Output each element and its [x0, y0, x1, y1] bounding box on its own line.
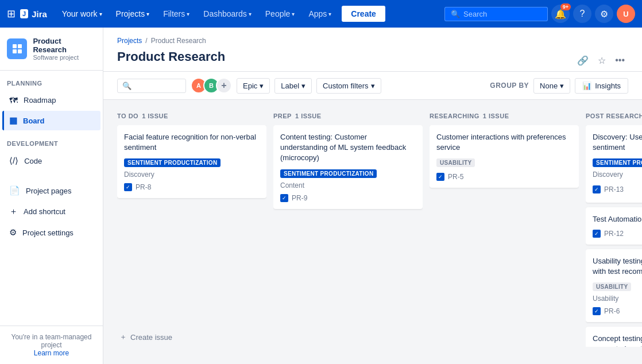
- label-filter-button[interactable]: Label ▾: [274, 78, 312, 94]
- add-shortcut-icon: ＋: [9, 206, 18, 217]
- plus-icon: ＋: [119, 332, 127, 342]
- board-search-input[interactable]: [135, 82, 181, 90]
- card-pr6-type: Usability: [593, 295, 642, 303]
- breadcrumb-current: Product Research: [151, 37, 206, 45]
- column-researching-cards: Customer interactions with preferences s…: [430, 125, 579, 347]
- roadmap-icon: 🗺: [9, 95, 18, 105]
- card-pr12-footer: ✓ PR-12: [593, 230, 642, 238]
- sidebar-roadmap-label: Roadmap: [24, 96, 56, 104]
- filters-nav[interactable]: Filters ▾: [157, 7, 195, 21]
- card-pr13-id: PR-13: [604, 185, 624, 193]
- sidebar-item-add-shortcut[interactable]: ＋ Add shortcut: [2, 202, 100, 222]
- column-prep-cards: Content testing: Customer understanding …: [273, 125, 423, 347]
- notifications-button[interactable]: 🔔 9+: [551, 5, 570, 23]
- search-input[interactable]: [463, 10, 542, 18]
- sidebar-item-project-settings[interactable]: ⚙ Project settings: [2, 223, 100, 242]
- group-by-none-button[interactable]: None ▾: [533, 78, 570, 94]
- main-content: Projects / Product Research Product Rese…: [103, 28, 642, 364]
- settings-button[interactable]: ⚙: [595, 5, 613, 23]
- card-pr13-title: Discovery: User needs for ML-generated s…: [593, 132, 642, 153]
- task-icon: ✓: [593, 307, 601, 315]
- create-button[interactable]: Create: [342, 6, 385, 22]
- chevron-down-icon: ▾: [371, 82, 375, 90]
- dashboards-nav[interactable]: Dashboards ▾: [198, 7, 257, 21]
- task-icon: ✓: [436, 173, 444, 181]
- top-navigation: ⊞ J Jira Your work ▾ Projects ▾ Filters …: [0, 0, 642, 28]
- board-search-bar[interactable]: 🔍: [117, 79, 186, 93]
- task-icon: ✓: [280, 194, 288, 202]
- more-options-button[interactable]: •••: [612, 53, 628, 68]
- sidebar-footer: You're in a team-managed project Learn m…: [0, 326, 103, 364]
- search-box[interactable]: 🔍: [444, 7, 548, 21]
- sidebar-item-code[interactable]: ⟨/⟩ Code: [2, 151, 100, 171]
- column-post-research-title: POST RESEARCH: [586, 113, 642, 119]
- add-user-avatar[interactable]: +: [216, 78, 232, 94]
- column-researching-header: RESEARCHING 1 ISSUE: [430, 109, 579, 125]
- card-pr10[interactable]: Concept testing: User trust of ML-genera…: [586, 327, 642, 347]
- card-pr8-tag: SENTIMENT PRODUCTIZATION: [124, 158, 221, 167]
- kanban-board: TO DO 1 ISSUE Facial feature recognition…: [103, 100, 642, 356]
- top-nav-right: 🔍 🔔 9+ ? ⚙ U: [444, 5, 635, 23]
- group-by-label: GROUP BY: [490, 82, 529, 90]
- create-issue-button[interactable]: ＋ Create issue: [117, 327, 266, 347]
- card-pr12[interactable]: Test Automation Rule ✓ PR-12: [586, 207, 642, 244]
- notification-badge: 9+: [560, 3, 571, 10]
- page-actions: 🔗 ☆ •••: [574, 53, 628, 68]
- project-icon: [7, 38, 27, 59]
- card-pr9-title: Content testing: Customer understanding …: [280, 132, 416, 164]
- sidebar-item-project-pages[interactable]: 📄 Project pages: [2, 181, 100, 200]
- grid-icon[interactable]: ⊞: [7, 7, 16, 20]
- label-label: Label: [281, 82, 299, 90]
- task-icon: ✓: [593, 185, 601, 193]
- help-button[interactable]: ?: [573, 5, 591, 23]
- pages-icon: 📄: [9, 185, 20, 196]
- card-pr8[interactable]: Facial feature recognition for non-verba…: [117, 125, 266, 198]
- card-pr6-tag: Usability: [593, 282, 631, 291]
- search-icon: 🔍: [451, 10, 460, 18]
- column-todo-title: TO DO: [117, 113, 138, 119]
- card-pr5[interactable]: Customer interactions with preferences s…: [430, 125, 579, 188]
- team-managed-text: You're in a team-managed project: [7, 333, 96, 349]
- card-pr5-id: PR-5: [448, 173, 463, 181]
- chevron-down-icon: ▾: [301, 82, 305, 90]
- link-icon-button[interactable]: 🔗: [574, 53, 592, 68]
- column-post-research: POST RESEARCH 4 ISSUES Discovery: User n…: [586, 109, 642, 347]
- task-icon: ✓: [124, 183, 132, 191]
- card-pr5-title: Customer interactions with preferences s…: [436, 132, 572, 153]
- apps-nav[interactable]: Apps ▾: [303, 7, 337, 21]
- sidebar: Product Research Software project PLANNI…: [0, 28, 103, 364]
- card-pr12-id: PR-12: [604, 230, 624, 238]
- epic-filter-button[interactable]: Epic ▾: [237, 78, 270, 94]
- learn-more-link[interactable]: Learn more: [34, 349, 69, 357]
- project-name: Product Research: [33, 37, 96, 54]
- card-pr9-tag: SENTIMENT PRODUCTIZATION: [280, 169, 377, 178]
- custom-filters-button[interactable]: Custom filters ▾: [316, 78, 381, 94]
- sidebar-project-pages-label: Project pages: [26, 187, 72, 195]
- column-todo: TO DO 1 ISSUE Facial feature recognition…: [117, 109, 266, 347]
- card-pr13-footer: ✓ PR-13 KT: [593, 183, 642, 196]
- card-pr9[interactable]: Content testing: Customer understanding …: [273, 125, 423, 209]
- card-pr8-type: Discovery: [124, 171, 260, 179]
- user-avatar[interactable]: U: [617, 5, 635, 23]
- card-pr8-footer: ✓ PR-8: [124, 183, 260, 191]
- card-pr13[interactable]: Discovery: User needs for ML-generated s…: [586, 125, 642, 203]
- card-pr8-id: PR-8: [136, 183, 151, 191]
- chevron-down-icon: ▾: [146, 11, 149, 17]
- projects-nav[interactable]: Projects ▾: [110, 7, 156, 21]
- column-prep-title: PREP: [273, 113, 292, 119]
- sidebar-item-board[interactable]: ▦ Board: [2, 111, 100, 130]
- card-pr6[interactable]: Usability testing: Customer interactions…: [586, 249, 642, 322]
- card-pr6-id: PR-6: [604, 307, 620, 315]
- insights-button[interactable]: 📊 Insights: [575, 78, 628, 94]
- logo[interactable]: J Jira: [20, 9, 47, 19]
- chevron-down-icon: ▾: [328, 11, 331, 17]
- star-icon-button[interactable]: ☆: [594, 53, 609, 68]
- breadcrumb-projects[interactable]: Projects: [117, 37, 142, 45]
- your-work-nav[interactable]: Your work ▾: [56, 7, 108, 21]
- card-pr9-type: Content: [280, 181, 416, 189]
- people-nav[interactable]: People ▾: [260, 7, 301, 21]
- sidebar-item-roadmap[interactable]: 🗺 Roadmap: [2, 91, 100, 110]
- logo-text: Jira: [32, 9, 47, 19]
- column-todo-count: 1 ISSUE: [142, 113, 168, 119]
- column-post-research-cards: Discovery: User needs for ML-generated s…: [586, 125, 642, 347]
